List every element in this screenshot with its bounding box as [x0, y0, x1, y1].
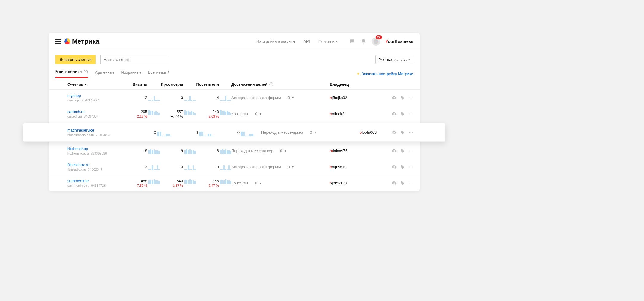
- tag-icon[interactable]: [400, 149, 405, 153]
- metric-value: 0: [178, 130, 198, 135]
- sparkline: [199, 130, 213, 136]
- more-icon[interactable]: [408, 181, 413, 186]
- goal-label: Переход в мессенджер: [231, 149, 273, 153]
- tag-icon[interactable]: [400, 130, 405, 135]
- goal-cell[interactable]: Контакты 0▾: [231, 112, 330, 116]
- metric-value: 6: [196, 149, 219, 153]
- owner-cell: olpofn003: [360, 130, 380, 135]
- goal-cell[interactable]: Автоцель: отправка формы 0▾: [231, 95, 330, 100]
- counter-sub: kitchenshop.ru 739362590: [67, 152, 124, 155]
- col-owner[interactable]: Владелец: [330, 82, 380, 87]
- svg-point-3: [409, 113, 410, 114]
- counter-name[interactable]: fitnessbox.ru: [67, 163, 124, 167]
- chevron-down-icon: ▾: [168, 70, 169, 75]
- col-views[interactable]: Просмотры: [160, 82, 196, 87]
- table-row[interactable]: machineservicemachineservice.ru 76483957…: [23, 123, 445, 142]
- more-icon[interactable]: [408, 130, 413, 135]
- gear-icon[interactable]: [392, 149, 397, 153]
- metric-delta: -1,87 %: [160, 184, 183, 187]
- info-icon: i: [269, 82, 273, 86]
- sparkline: [220, 165, 231, 170]
- metric-cell: 8: [124, 149, 160, 153]
- col-counter[interactable]: Счетчик▲: [67, 82, 124, 87]
- svg-point-9: [409, 150, 410, 151]
- svg-point-14: [412, 166, 413, 167]
- sparkline: [148, 179, 160, 184]
- goal-label: Переход в мессенджер: [261, 130, 303, 135]
- counter-name[interactable]: cartech.ru: [67, 109, 124, 114]
- metric-cell: 557+7,44 %: [160, 109, 196, 118]
- goal-cell[interactable]: Автоцель: отправка формы 0▾: [231, 165, 330, 169]
- table-row[interactable]: summertimesummertime.ru 04834728458-7,59…: [49, 175, 420, 191]
- metric-cell: 2: [124, 95, 160, 100]
- nav-api[interactable]: API: [303, 39, 310, 44]
- table-row[interactable]: cartech.rucartech.ru 84697367295-2,12 %5…: [49, 106, 420, 122]
- counter-name[interactable]: summertime: [67, 179, 124, 183]
- table-body: myshopmyshop.ru 78375927234Автоцель: отп…: [49, 90, 420, 191]
- nav-account-settings[interactable]: Настройка аккаунта: [256, 39, 295, 44]
- goal-cell[interactable]: Переход в мессенджер 0▾: [231, 149, 330, 153]
- tab-count: 20: [83, 70, 88, 74]
- metric-cell: 3: [124, 165, 160, 169]
- avatar-wrap[interactable]: 29: [372, 37, 380, 46]
- tab-my-counters[interactable]: Мои счетчики20: [55, 70, 88, 78]
- counter-cell: cartech.rucartech.ru 84697367: [67, 109, 124, 118]
- user-name[interactable]: YourBusiness: [386, 39, 413, 44]
- tag-icon[interactable]: [400, 181, 405, 186]
- owner-cell: bnfioek3: [330, 112, 380, 116]
- gear-icon[interactable]: [392, 95, 397, 100]
- gear-icon[interactable]: [392, 165, 397, 169]
- counter-name[interactable]: myshop: [67, 93, 124, 98]
- tag-icon[interactable]: [400, 95, 405, 100]
- goal-value: 0: [288, 165, 290, 169]
- svg-point-2: [412, 97, 413, 98]
- metric-delta: +7,44 %: [160, 115, 183, 118]
- chevron-down-icon: ▾: [292, 96, 294, 99]
- tag-icon[interactable]: [400, 112, 405, 116]
- goal-cell[interactable]: Переход в мессенджер 0▾: [261, 130, 360, 135]
- metric-value: 3: [124, 165, 147, 169]
- counter-cell: summertimesummertime.ru 04834728: [67, 179, 124, 187]
- counter-name[interactable]: kitchenshop: [67, 146, 124, 151]
- metric-delta: -7,47 %: [196, 184, 219, 187]
- more-icon[interactable]: [408, 95, 413, 100]
- gear-icon[interactable]: [392, 112, 397, 116]
- svg-point-13: [411, 166, 411, 167]
- table-row[interactable]: fitnessbox.rufitnessbox.ru 74002847333Ав…: [49, 159, 420, 175]
- gear-icon[interactable]: [392, 181, 397, 186]
- metric-cell: 240-2,63 %: [196, 109, 231, 118]
- svg-point-6: [409, 132, 410, 133]
- menu-icon[interactable]: [55, 39, 61, 44]
- more-icon[interactable]: [408, 112, 413, 116]
- metric-value: 4: [196, 95, 219, 100]
- table-row[interactable]: myshopmyshop.ru 78375927234Автоцель: отп…: [49, 90, 420, 106]
- more-icon[interactable]: [408, 165, 413, 169]
- more-icon[interactable]: [408, 149, 413, 153]
- tab-all-labels[interactable]: Все метки▾: [148, 70, 170, 78]
- add-counter-button[interactable]: Добавить счетчик: [55, 55, 96, 64]
- col-visits[interactable]: Визиты: [124, 82, 160, 87]
- gear-icon[interactable]: [392, 130, 397, 135]
- bell-icon[interactable]: [360, 38, 366, 44]
- order-setup-link[interactable]: ✦Заказать настройку Метрики: [357, 72, 413, 76]
- nav-help[interactable]: Помощь▾: [318, 39, 337, 44]
- table-row[interactable]: kitchenshopkitchenshop.ru 739362590896Пе…: [49, 143, 420, 159]
- tag-icon[interactable]: [400, 165, 405, 169]
- chevron-down-icon: ▾: [315, 131, 316, 134]
- counter-name[interactable]: machineservice: [67, 128, 136, 132]
- svg-point-11: [412, 150, 413, 151]
- tab-deleted[interactable]: Удаленные: [95, 70, 115, 78]
- owner-cell: hjfhdjks02: [330, 95, 380, 100]
- search-input[interactable]: [100, 55, 169, 64]
- goal-label: Автоцель: отправка формы: [231, 165, 281, 169]
- account-dropdown[interactable]: Учетная запись▾: [375, 55, 413, 64]
- sparkline: [148, 149, 160, 154]
- metric-value: 2: [124, 95, 147, 100]
- tab-favorites[interactable]: Избранные: [121, 70, 142, 78]
- svg-point-10: [411, 150, 411, 151]
- metric-value: 295: [124, 109, 147, 114]
- goal-cell[interactable]: Контакты 0▾: [231, 181, 330, 185]
- chat-icon[interactable]: [349, 38, 355, 44]
- col-goals[interactable]: Достижения целейi: [231, 82, 330, 87]
- col-visitors[interactable]: Посетители: [196, 82, 231, 87]
